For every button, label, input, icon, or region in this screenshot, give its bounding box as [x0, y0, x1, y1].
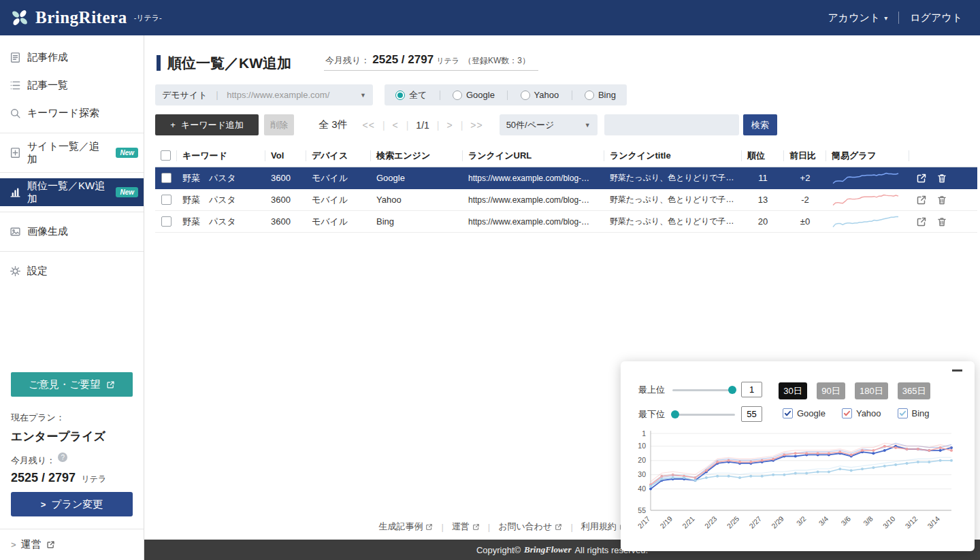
engine-filter-option[interactable]: Google — [453, 90, 495, 100]
table-row[interactable]: 野菜 パスタ3600モバイルBinghttps://www.example.co… — [155, 211, 977, 233]
image-generate-icon — [10, 226, 21, 237]
range-button[interactable]: 365日 — [898, 382, 931, 399]
prev-page-button[interactable]: < — [393, 120, 399, 131]
table-row[interactable]: 野菜 パスタ3600モバイルGooglehttps://www.example.… — [155, 167, 977, 189]
sidebar-item[interactable]: 順位一覧／KW追加New — [0, 178, 144, 206]
bottom-rank-input[interactable] — [741, 406, 762, 422]
sidebar-item[interactable]: 記事一覧 — [0, 71, 144, 99]
keyword-cell: 野菜 パスタ — [177, 194, 265, 206]
engine-filter-option[interactable]: 全て — [395, 89, 427, 101]
engine-filter-group: 全てGoogleYahooBing — [385, 84, 627, 105]
engine-cell: Bing — [371, 216, 463, 227]
last-page-button[interactable]: >> — [470, 120, 483, 131]
external-link-icon — [106, 380, 115, 389]
trash-icon[interactable] — [936, 195, 947, 205]
top-rank-input[interactable] — [741, 382, 762, 397]
column-header-actions — [909, 150, 977, 161]
add-keyword-button[interactable]: + キーワード追加 — [155, 114, 259, 135]
row-checkbox[interactable] — [161, 216, 172, 227]
chevron-down-icon: ▾ — [884, 14, 887, 22]
table-body: 野菜 パスタ3600モバイルGooglehttps://www.example.… — [155, 167, 977, 233]
footer-link[interactable]: 運営 — [452, 521, 480, 533]
top-rank-slider[interactable] — [672, 385, 735, 395]
feedback-button[interactable]: ご意見・ご要望 — [11, 372, 133, 397]
footer-link[interactable]: 利用規約 — [581, 521, 627, 533]
keyword-cell: 野菜 パスタ — [177, 216, 265, 228]
svg-text:2/17: 2/17 — [636, 514, 651, 530]
series-toggles: GoogleYahooBing — [783, 408, 930, 418]
volume-cell: 3600 — [265, 195, 306, 205]
range-button[interactable]: 30日 — [779, 382, 807, 399]
column-header: 前日比 — [784, 150, 826, 161]
help-icon[interactable]: ? — [58, 452, 67, 462]
sidebar-item[interactable]: 画像生成 — [0, 218, 144, 246]
chevron-down-icon: ▼ — [360, 92, 366, 99]
toolbar: + キーワード追加 削除 全 3件 << | < | 1/1 | > | >> … — [155, 114, 980, 135]
svg-text:2/21: 2/21 — [681, 514, 696, 530]
keyword-table: キーワードVolデバイス検索エンジンランクインURLランクインtitle順位前日… — [155, 144, 977, 233]
sidebar-item[interactable]: キーワード探索 — [0, 99, 144, 127]
engine-filter-option[interactable]: Bing — [585, 90, 616, 100]
column-header: 順位 — [742, 150, 784, 161]
column-header: キーワード — [177, 150, 265, 161]
operator-link[interactable]: > 運営 — [0, 529, 144, 560]
trash-icon[interactable] — [936, 173, 947, 184]
volume-cell: 3600 — [265, 173, 306, 183]
per-page-dropdown[interactable]: 50件/ページ ▼ — [500, 114, 598, 135]
device-cell: モバイル — [306, 216, 371, 228]
range-button[interactable]: 90日 — [817, 382, 845, 399]
title-cell: 野菜たっぷり、色とりどりで子… — [604, 194, 742, 205]
rank-range-sliders: 最上位 最下位 — [638, 382, 762, 422]
page-indicator: 1/1 — [416, 120, 429, 131]
row-checkbox[interactable] — [161, 173, 172, 183]
trash-icon[interactable] — [936, 216, 947, 227]
divider — [0, 212, 144, 212]
next-page-button[interactable]: > — [446, 120, 453, 131]
external-link-icon — [555, 523, 562, 531]
site-selector-dropdown[interactable]: デモサイト ｜ https://www.example.com/ ▼ — [155, 84, 373, 105]
pagination: << | < | 1/1 | > | >> — [363, 120, 483, 131]
checkbox-icon — [783, 408, 793, 418]
row-checkbox[interactable] — [161, 195, 172, 205]
slider-thumb[interactable] — [728, 386, 736, 394]
minimize-button[interactable] — [952, 369, 962, 372]
series-toggle[interactable]: Bing — [898, 408, 930, 418]
first-page-button[interactable]: << — [363, 120, 375, 131]
logout-button[interactable]: ログアウト — [910, 12, 962, 24]
checkbox-icon — [842, 408, 852, 418]
url-cell: https://www.example.com/blog-… — [463, 195, 604, 205]
sparkline-cell — [826, 215, 909, 229]
range-button[interactable]: 180日 — [855, 382, 888, 399]
footer-link[interactable]: お問い合わせ — [498, 521, 562, 533]
top-rank-row: 最上位 — [638, 382, 762, 397]
article-list-icon — [10, 80, 21, 91]
slider-thumb[interactable] — [671, 410, 679, 418]
external-link-icon[interactable] — [916, 173, 927, 184]
settings-icon — [10, 265, 21, 277]
remaining-value: 2525 / 2797 — [11, 471, 76, 484]
sidebar-bottom: ご意見・ご要望 現在プラン： エンタープライズ 今月残り： ? 2525 / 2… — [0, 372, 144, 560]
select-all-checkbox[interactable] — [155, 150, 177, 161]
account-menu[interactable]: アカウント ▾ — [828, 12, 887, 24]
diff-cell: -2 — [784, 195, 826, 205]
external-link-icon[interactable] — [916, 216, 927, 227]
footer-link[interactable]: 生成記事例 — [378, 521, 433, 533]
engine-filter-option[interactable]: Yahoo — [521, 90, 559, 100]
delete-button[interactable]: 削除 — [264, 114, 294, 135]
series-toggle[interactable]: Google — [783, 408, 826, 418]
url-cell: https://www.example.com/blog-… — [463, 217, 604, 227]
sidebar-item[interactable]: 設定 — [0, 257, 144, 285]
bottom-rank-slider[interactable] — [672, 410, 735, 419]
flower-logo-icon — [10, 7, 30, 28]
table-row[interactable]: 野菜 パスタ3600モバイルYahoohttps://www.example.c… — [155, 189, 977, 211]
sidebar-item[interactable]: サイト一覧／追加New — [0, 139, 144, 167]
external-link-icon[interactable] — [916, 195, 927, 205]
search-button[interactable]: 検索 — [743, 114, 777, 135]
rank-cell: 11 — [742, 173, 784, 183]
engine-cell: Google — [371, 173, 463, 183]
series-toggle[interactable]: Yahoo — [842, 408, 881, 418]
device-cell: モバイル — [306, 172, 371, 184]
sidebar-item[interactable]: 記事作成 — [0, 44, 144, 71]
plan-change-button[interactable]: > プラン変更 — [11, 492, 133, 516]
search-input[interactable] — [604, 114, 739, 135]
